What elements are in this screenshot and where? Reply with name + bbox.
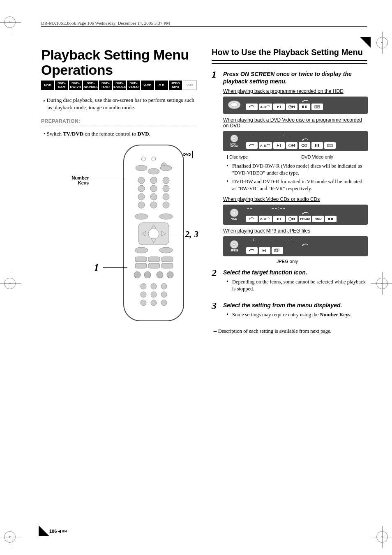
repeat-chip [246,247,258,254]
remote-control-illustration [119,143,189,323]
step-1-title: Press ON SCREEN once or twice to display… [223,70,368,85]
crop-mark [376,278,388,289]
page-footer: 106 ◀ EN [49,529,67,534]
step-number-3: 3 [212,301,219,322]
preparation-label: PREPARATION: [41,118,197,124]
svg-point-45 [141,300,146,306]
osd-bar-dvd: DVD- VIDEO – – – – – – : – – [223,131,368,151]
svg-point-39 [141,283,146,289]
svg-point-38 [167,272,173,278]
page-corner-cut [360,37,371,48]
svg-point-68 [289,144,292,147]
svg-point-78 [233,212,235,214]
dvd-notes: Finalised DVD-RW/-R (Video mode) discs w… [223,163,368,192]
step-number-2: 2 [212,268,219,297]
svg-rect-33 [148,263,160,268]
osd-dvd-captions: Disc type DVD Video only [227,154,368,159]
svg-point-17 [150,202,157,208]
svg-point-10 [138,185,145,192]
badge-dvd-rw-video: DVD- RW-VIDEO [83,81,98,90]
time-skip-chip [286,142,297,149]
loop-icon [302,243,309,247]
loop-icon [302,212,309,216]
audio-chip [325,216,337,222]
crop-mark [4,531,16,543]
osd-bar-cd: VCD – – – – : – – [223,205,368,225]
ab-repeat-chip: A-B [259,216,272,222]
badge-dvd-r-video: DVD- R-VIDEO [113,81,126,90]
subheading-mp3-jpeg: When playing back MP3 and JPEG files [223,228,368,234]
hdd-icon [226,99,242,110]
svg-rect-85 [294,218,295,220]
svg-point-19 [135,214,148,219]
badge-cd: C D [155,81,168,90]
badge-vcd: V-CD [141,81,154,90]
leader-line [103,267,127,268]
step-2-title: Select the target function icon. [223,269,367,276]
svg-marker-55 [292,106,294,108]
leader-line [148,234,185,234]
svg-point-35 [134,272,141,278]
svg-rect-75 [327,144,332,147]
svg-point-27 [135,247,148,253]
svg-rect-87 [331,218,333,220]
subheading-hdd: When playing back a programme recorded o… [223,88,368,94]
annotation-step-1: 1 [94,262,99,274]
svg-point-13 [138,193,145,200]
media-badge-row: HDD DVD- RAM DVD- RW-VR DVD- RW-VIDEO DV… [41,81,197,90]
annotation-number-keys: Number Keys [66,175,89,185]
svg-rect-86 [328,218,330,220]
svg-marker-66 [277,144,279,147]
svg-marker-69 [292,144,294,147]
skip-chip [273,104,285,110]
svg-point-46 [151,300,157,306]
svg-point-14 [150,193,157,200]
svg-rect-30 [148,257,160,262]
page-corner-cut [39,525,49,536]
svg-point-63 [233,137,235,139]
badge-jpeg-mp3: JPEG MP3 [169,81,182,90]
svg-point-12 [163,185,169,192]
audio-chip [311,142,323,149]
svg-point-47 [161,300,167,306]
svg-point-7 [138,177,145,184]
svg-marker-52 [277,106,279,108]
svg-point-5 [148,168,159,174]
svg-rect-70 [294,144,295,147]
svg-rect-58 [305,106,307,108]
svg-point-28 [159,247,173,253]
annotation-step-2-3: 2, 3 [185,229,198,240]
jpeg-only-caption: JPEG only [277,259,368,264]
repeat-chip [246,142,258,149]
time-skip-chip [286,216,297,222]
svg-point-18 [163,202,169,208]
time-skip-chip [286,104,297,110]
skip-chip [273,142,285,149]
svg-rect-74 [318,144,319,147]
svg-rect-31 [161,257,173,262]
svg-point-36 [144,272,151,278]
ab-repeat-chip: A-B [259,104,272,110]
dotted-divider [41,125,197,125]
continuation-note: Description of each setting is available… [213,328,367,334]
print-header: DR-MX10SE.book Page 106 Wednesday, Decem… [41,21,367,27]
crop-mark [4,16,16,28]
svg-point-9 [163,177,169,184]
disc-icon [227,134,241,143]
svg-rect-56 [294,106,295,108]
badge-dvd-ram: DVD- RAM [55,81,68,90]
svg-point-8 [150,177,157,184]
svg-marker-81 [277,218,279,220]
crop-mark [4,278,16,289]
badge-dvd-rw-vr: DVD- RW-VR [69,81,82,90]
intro-text: During disc playback, use this on-screen… [48,97,197,111]
svg-point-6 [160,165,172,171]
svg-rect-94 [274,249,278,252]
crop-mark [376,37,388,48]
svg-point-71 [302,144,304,147]
svg-point-37 [157,272,163,278]
svg-point-49 [231,103,238,107]
svg-rect-34 [161,263,173,268]
svg-point-43 [151,292,157,297]
badge-dvd-r-vr: DVD- R-VR [99,81,112,90]
